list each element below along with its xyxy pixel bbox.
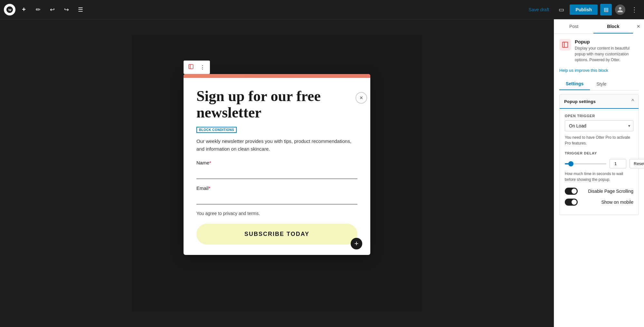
inner-tabs: Settings Style xyxy=(559,78,639,90)
agree-text: You agree to privacy and terms. xyxy=(196,211,357,216)
avatar-button[interactable] xyxy=(614,4,626,15)
redo-icon: ↪ xyxy=(64,6,69,13)
undo-icon: ↩ xyxy=(50,6,55,13)
disable-scrolling-label: Disable Page Scrolling xyxy=(588,189,633,194)
sidebar-toggle-button[interactable]: ▤ xyxy=(600,4,612,15)
popup-block-icon xyxy=(188,64,194,71)
pen-button[interactable]: ✏ xyxy=(32,4,44,15)
block-name: Popup xyxy=(575,39,639,44)
popup-block: ⋮ × Sign up for our free newsletter BLOC… xyxy=(184,61,370,255)
redo-button[interactable]: ↪ xyxy=(61,4,72,15)
popup-modal: × Sign up for our free newsletter BLOCK … xyxy=(184,74,370,255)
publish-button[interactable]: Publish xyxy=(570,5,598,15)
more-options-button[interactable]: ⋮ xyxy=(629,4,640,15)
canvas-area: ⋮ × Sign up for our free newsletter BLOC… xyxy=(0,19,554,327)
chevron-up-icon: ^ xyxy=(631,98,634,104)
close-icon: × xyxy=(360,95,363,101)
delay-slider[interactable] xyxy=(565,163,606,164)
disable-scrolling-toggle[interactable] xyxy=(565,188,578,195)
sidebar-body: Popup Display your content in beautiful … xyxy=(554,34,644,327)
list-icon: ☰ xyxy=(78,6,83,13)
trigger-delay-label: TRIGGER DELAY xyxy=(565,151,633,155)
name-label: Name* xyxy=(196,160,357,165)
add-icon: + xyxy=(22,6,26,13)
popup-settings-panel: Popup settings ^ OPEN TRIGGER On Load ▾ … xyxy=(559,94,639,215)
popup-content: Sign up for our free newsletter BLOCK CO… xyxy=(184,78,370,255)
popup-settings-header[interactable]: Popup settings ^ xyxy=(560,95,639,109)
popup-close-button[interactable]: × xyxy=(355,92,367,104)
topbar: + ✏ ↩ ↪ ☰ Save draft ▭ Publish ▤ ⋮ xyxy=(0,0,644,19)
sidebar-close-button[interactable]: × xyxy=(633,23,644,30)
block-info: Popup Display your content in beautiful … xyxy=(559,39,639,63)
close-icon: × xyxy=(637,23,640,30)
reset-button[interactable]: Reset xyxy=(630,159,644,168)
block-tab[interactable]: Block xyxy=(593,19,633,33)
delay-row: 1 Reset xyxy=(565,159,633,168)
block-text: Popup Display your content in beautiful … xyxy=(575,39,639,63)
save-draft-button[interactable]: Save draft xyxy=(525,5,553,15)
disable-scrolling-row: Disable Page Scrolling xyxy=(565,188,633,195)
otter-pro-note: You need to have Otter Pro to activate P… xyxy=(565,135,633,146)
popup-settings-title: Popup settings xyxy=(564,99,596,104)
popup-toolbar: ⋮ xyxy=(184,61,210,74)
subscribe-button-wrap: SUBSCRIBE TODAY + xyxy=(196,224,357,245)
canvas-background: ⋮ × Sign up for our free newsletter BLOC… xyxy=(132,35,422,312)
name-required: * xyxy=(209,160,211,165)
screen-icon: ▭ xyxy=(559,6,564,13)
block-conditions-badge[interactable]: BLOCK CONDITIONS xyxy=(196,127,237,133)
style-tab[interactable]: Style xyxy=(590,78,613,90)
add-button[interactable]: + xyxy=(18,4,30,15)
email-input[interactable] xyxy=(196,193,357,204)
subscribe-button[interactable]: SUBSCRIBE TODAY xyxy=(196,224,357,245)
svg-rect-2 xyxy=(563,42,568,48)
popup-description: Our weekly newsletter provides you with … xyxy=(196,137,357,153)
settings-tab[interactable]: Settings xyxy=(559,78,590,90)
delay-input[interactable]: 1 xyxy=(610,159,626,168)
delay-hint: How much time in seconds to wait before … xyxy=(565,171,633,182)
sidebar-tabs: Post Block xyxy=(554,19,633,34)
add-icon: + xyxy=(355,239,359,248)
more-icon: ⋮ xyxy=(631,6,638,14)
popup-more-icon: ⋮ xyxy=(200,64,205,70)
open-trigger-label: OPEN TRIGGER xyxy=(565,114,633,118)
right-sidebar: Post Block × Popup Display your c xyxy=(554,19,644,327)
block-icon-container xyxy=(559,39,571,51)
popup-settings-body: OPEN TRIGGER On Load ▾ You need to have … xyxy=(560,109,639,215)
name-input[interactable] xyxy=(196,168,357,179)
show-mobile-label: Show on mobile xyxy=(601,200,633,205)
undo-button[interactable]: ↩ xyxy=(46,4,58,15)
svg-rect-0 xyxy=(189,64,193,69)
avatar xyxy=(615,5,625,15)
show-mobile-toggle[interactable] xyxy=(565,199,578,206)
pen-icon: ✏ xyxy=(36,6,41,13)
email-required: * xyxy=(209,185,211,191)
popup-block-icon-button[interactable] xyxy=(186,62,196,72)
popup-more-button[interactable]: ⋮ xyxy=(197,62,208,72)
popup-top-bar xyxy=(184,74,370,78)
popup-heading: Sign up for our free newsletter xyxy=(196,88,357,121)
add-block-button[interactable]: + xyxy=(351,238,362,249)
wp-logo[interactable] xyxy=(4,4,15,15)
email-label: Email* xyxy=(196,185,357,191)
post-tab[interactable]: Post xyxy=(554,19,593,33)
sidebar-icon: ▤ xyxy=(604,6,609,13)
help-link[interactable]: Help us improve this block xyxy=(559,68,639,73)
block-description: Display your content in beautiful popup … xyxy=(575,45,639,63)
show-mobile-row: Show on mobile xyxy=(565,199,633,206)
list-view-button[interactable]: ☰ xyxy=(75,4,86,15)
preview-button[interactable]: ▭ xyxy=(555,4,567,15)
main-area: ⋮ × Sign up for our free newsletter BLOC… xyxy=(0,19,644,327)
trigger-select[interactable]: On Load xyxy=(565,120,633,131)
trigger-select-wrap: On Load ▾ xyxy=(565,120,633,131)
sidebar-tabs-row: Post Block × xyxy=(554,19,644,34)
